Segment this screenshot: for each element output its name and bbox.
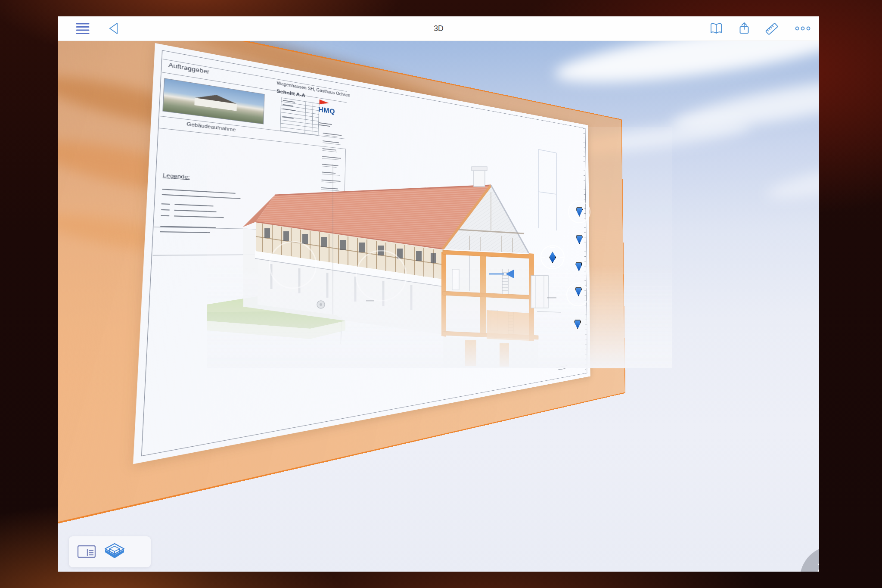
viewport-3d[interactable]: Auftraggeber Wagenhausen SH, Gasthaus Oc… — [58, 41, 819, 572]
view-switch-panel — [69, 536, 151, 567]
page-title: 3D — [58, 16, 819, 41]
toolbar: 3D — [58, 16, 819, 41]
app-window: 3D — [58, 16, 819, 572]
cloud — [764, 149, 819, 206]
marker-tick — [541, 257, 545, 258]
walk-mode-button[interactable] — [800, 546, 819, 572]
walking-person-icon — [818, 558, 819, 572]
sheets-icon[interactable] — [77, 544, 96, 560]
building-model — [207, 127, 672, 368]
measure-icon[interactable] — [764, 22, 779, 36]
more-icon[interactable] — [795, 22, 809, 36]
marker-tick — [550, 247, 555, 248]
ghost-wash — [207, 127, 672, 368]
cloud — [552, 41, 819, 95]
share-icon[interactable] — [737, 22, 752, 36]
model-3d-icon[interactable] — [102, 541, 127, 562]
marker-tick — [560, 257, 564, 258]
screenshot-stage: 3D — [0, 0, 882, 588]
marker-tick — [550, 266, 555, 267]
bookmarks-icon[interactable] — [709, 22, 724, 36]
